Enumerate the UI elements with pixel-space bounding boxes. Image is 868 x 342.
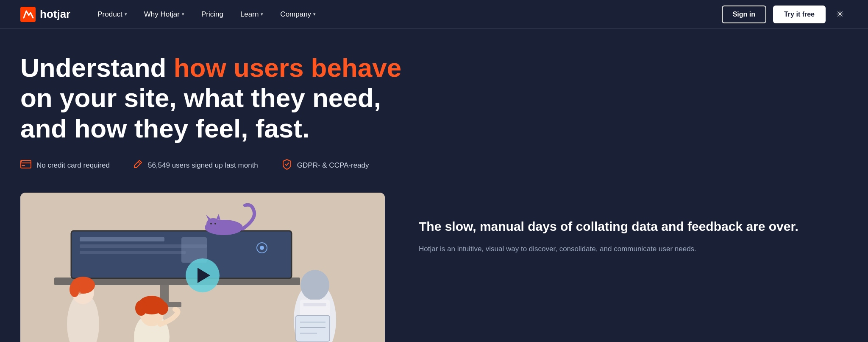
shield-icon (282, 159, 292, 172)
svg-point-33 (156, 301, 168, 315)
credit-card-icon (20, 160, 31, 171)
badge-no-credit-card: No credit card required (20, 160, 110, 171)
nav-links: Product ▾ Why Hotjar ▾ Pricing Learn ▾ C… (91, 7, 721, 22)
badge-gdpr-text: GDPR- & CCPA-ready (297, 161, 369, 170)
play-triangle-icon (198, 268, 210, 283)
pencil-icon (134, 159, 143, 172)
chevron-down-icon: ▾ (261, 11, 263, 17)
logo-icon (20, 7, 36, 22)
headline-highlight: how users behave (174, 53, 402, 82)
chevron-down-icon: ▾ (125, 11, 127, 17)
headline-part2: on your site, what they need, and how th… (20, 83, 381, 143)
badge-users-signed-up: 56,549 users signed up last month (134, 159, 258, 172)
svg-point-32 (135, 300, 147, 316)
side-text: The slow, manual days of collating data … (419, 193, 848, 255)
badge-no-credit-card-text: No credit card required (36, 161, 110, 170)
navigation: hotjar Product ▾ Why Hotjar ▾ Pricing Le… (0, 0, 868, 29)
svg-rect-37 (303, 303, 326, 306)
nav-item-learn[interactable]: Learn ▾ (234, 7, 270, 22)
try-free-button[interactable]: Try it free (773, 6, 826, 23)
svg-point-35 (300, 270, 329, 300)
nav-item-pricing[interactable]: Pricing (195, 7, 230, 22)
chevron-down-icon: ▾ (182, 11, 184, 17)
signin-button[interactable]: Sign in (722, 6, 766, 23)
svg-rect-38 (296, 316, 330, 341)
svg-line-6 (138, 162, 140, 164)
headline-part1: Understand (20, 53, 174, 82)
hero-section: Understand how users behave on your site… (0, 29, 868, 342)
badge-users-signed-up-text: 56,549 users signed up last month (148, 161, 258, 170)
nav-actions: Sign in Try it free ☀ (722, 6, 848, 23)
theme-toggle-button[interactable]: ☀ (832, 7, 848, 22)
svg-point-27 (70, 282, 80, 297)
svg-point-22 (210, 223, 212, 224)
nav-item-company[interactable]: Company ▾ (273, 7, 323, 22)
svg-point-17 (260, 246, 264, 250)
svg-point-28 (78, 292, 81, 295)
nav-label-why-hotjar: Why Hotjar (144, 10, 180, 19)
svg-rect-1 (21, 160, 31, 168)
play-button[interactable] (186, 258, 220, 292)
nav-label-pricing: Pricing (201, 10, 223, 19)
chevron-down-icon: ▾ (313, 11, 316, 17)
side-body: Hotjar is an intuitive, visual way to di… (419, 243, 848, 255)
nav-item-product[interactable]: Product ▾ (91, 7, 134, 22)
nav-label-product: Product (97, 10, 122, 19)
side-heading: The slow, manual days of collating data … (419, 218, 848, 235)
video-container[interactable] (20, 193, 385, 342)
hero-badges: No credit card required 56,549 users sig… (20, 159, 848, 172)
nav-item-why-hotjar[interactable]: Why Hotjar ▾ (137, 7, 191, 22)
content-row: The slow, manual days of collating data … (20, 193, 848, 342)
hero-headline: Understand how users behave on your site… (20, 53, 402, 143)
svg-rect-14 (80, 251, 186, 254)
logo-text: hotjar (40, 8, 70, 21)
svg-rect-12 (80, 237, 164, 241)
nav-label-company: Company (280, 10, 311, 19)
badge-gdpr: GDPR- & CCPA-ready (282, 159, 369, 172)
logo[interactable]: hotjar (20, 7, 70, 22)
nav-label-learn: Learn (240, 10, 259, 19)
svg-point-23 (214, 223, 216, 224)
